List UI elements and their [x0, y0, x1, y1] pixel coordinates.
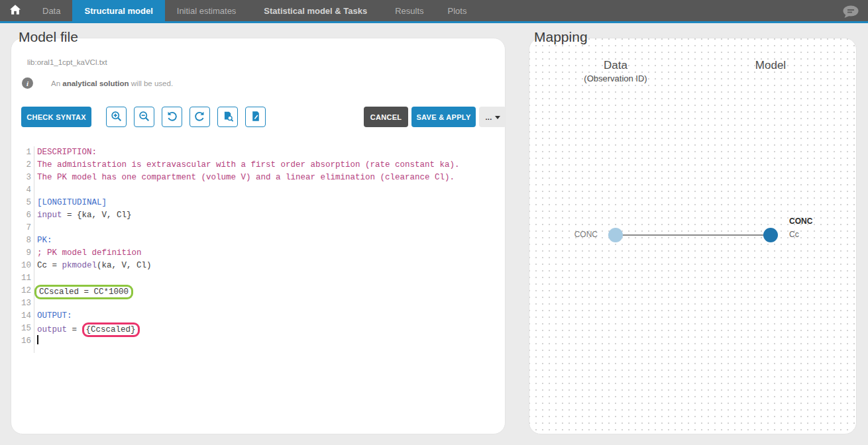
code-token: OUTPUT: [37, 311, 72, 321]
green-highlight: CCscaled = CC*1000 [34, 285, 133, 299]
code-line[interactable]: Cc = pkmodel(ka, V, Cl) [37, 260, 498, 272]
code-token: = [67, 325, 82, 334]
code-token: ; PK model definition [37, 248, 142, 258]
code-line[interactable] [37, 222, 498, 234]
model-output-label: CONC Cc [789, 215, 812, 241]
home-icon [9, 4, 21, 18]
model-file-title: Model file [19, 29, 78, 45]
code-line[interactable]: DESCRIPTION: [37, 146, 498, 159]
line-number: 16 [20, 335, 31, 348]
line-number: 15 [20, 322, 31, 335]
zoom-in-button[interactable] [106, 107, 127, 127]
tab-plots[interactable]: Plots [436, 0, 479, 21]
line-number: 8 [20, 234, 31, 247]
code-token: The PK model has one compartment (volume… [37, 173, 455, 182]
code-token: = {ka, V, Cl} [62, 211, 132, 220]
data-column-header: Data (Observation ID) [566, 59, 665, 83]
line-number: 11 [20, 272, 31, 285]
info-row: i An analytical solution will be used. [22, 77, 173, 89]
line-number: 13 [20, 297, 31, 310]
code-line[interactable] [37, 184, 498, 197]
zoom-in-icon [111, 111, 122, 124]
code-token: (ka, V, Cl) [97, 261, 152, 270]
code-line[interactable]: input = {ka, V, Cl} [37, 209, 498, 222]
tab-results[interactable]: Results [383, 0, 435, 21]
redo-button[interactable] [190, 107, 210, 127]
mapping-title: Mapping [534, 29, 588, 45]
check-syntax-button[interactable]: CHECK SYNTAX [21, 107, 91, 127]
file-edit-icon [250, 111, 261, 124]
zoom-out-icon [138, 111, 150, 124]
mapping-panel: Data (Observation ID) Model CONC CONC Cc [529, 38, 857, 434]
file-search-icon [222, 111, 234, 124]
save-apply-button[interactable]: SAVE & APPLY [411, 107, 476, 127]
code-token: [LONGITUDINAL] [37, 198, 107, 207]
chat-bubble-icon [841, 10, 860, 21]
code-line[interactable]: output = {Ccscaled} [37, 322, 498, 335]
line-number: 3 [20, 172, 31, 184]
tab-structural-model[interactable]: Structural model [72, 0, 164, 21]
data-node[interactable] [608, 228, 623, 242]
chat-button[interactable] [841, 5, 860, 19]
code-token: Cc = [37, 261, 62, 270]
code-line[interactable]: ; PK model definition [37, 247, 498, 260]
code-line[interactable]: The PK model has one compartment (volume… [37, 172, 498, 184]
line-number: 6 [20, 209, 31, 222]
file-search-button[interactable] [217, 107, 238, 127]
code-token: output [37, 325, 67, 334]
chevron-down-icon [495, 116, 500, 119]
model-node[interactable] [763, 228, 778, 242]
code-token: pkmodel [62, 261, 97, 270]
line-number: 10 [20, 260, 31, 272]
code-token: DESCRIPTION: [37, 148, 97, 157]
line-number: 14 [20, 310, 31, 322]
line-number: 2 [20, 159, 31, 172]
code-lines: DESCRIPTION:The administration is extrav… [34, 146, 498, 353]
code-token: The administration is extravascular with… [37, 160, 460, 170]
cancel-button[interactable]: CANCEL [364, 107, 408, 127]
more-options-button[interactable]: ... [479, 107, 506, 127]
code-line[interactable]: [LONGITUDINAL] [37, 197, 498, 209]
library-file-name: lib:oral1_1cpt_kaVCl.txt [27, 58, 107, 66]
model-file-panel: lib:oral1_1cpt_kaVCl.txt i An analytical… [11, 38, 506, 434]
line-number: 4 [20, 184, 31, 197]
line-number: 1 [20, 146, 31, 159]
code-line[interactable]: The administration is extravascular with… [37, 159, 498, 172]
data-observation-label: CONC [543, 230, 598, 239]
text-cursor [37, 335, 38, 344]
code-line[interactable]: PK: [37, 234, 498, 247]
undo-button[interactable] [162, 107, 182, 127]
code-token: PK: [37, 236, 52, 245]
code-editor[interactable]: 12345678910111213141516 DESCRIPTION:The … [20, 146, 498, 353]
tab-initial-estimates[interactable]: Initial estimates [165, 0, 248, 21]
model-column-header: Model [721, 59, 820, 72]
code-line[interactable]: CCscaled = CC*1000 [37, 285, 498, 297]
top-navbar: Data Structural model Initial estimates … [0, 0, 868, 23]
tab-statistical-model-tasks[interactable]: Statistical model & Tasks [248, 0, 383, 21]
info-icon: i [22, 77, 33, 89]
info-message: An analytical solution will be used. [51, 79, 173, 87]
pink-highlight: {Ccscaled} [82, 322, 140, 337]
mapping-connector [623, 234, 763, 236]
tab-data[interactable]: Data [30, 0, 72, 21]
editor-toolbar: CHECK SYNTAX [21, 107, 495, 127]
redo-icon [194, 111, 205, 124]
home-button[interactable] [0, 0, 30, 21]
file-edit-button[interactable] [245, 107, 266, 127]
line-number: 9 [20, 247, 31, 260]
undo-icon [166, 111, 178, 124]
code-token: input [37, 211, 62, 220]
line-number: 7 [20, 222, 31, 234]
line-number: 5 [20, 197, 31, 209]
line-numbers: 12345678910111213141516 [20, 146, 34, 353]
zoom-out-button[interactable] [134, 107, 154, 127]
code-line[interactable] [37, 272, 498, 285]
code-line[interactable]: OUTPUT: [37, 310, 498, 322]
line-number: 12 [20, 285, 31, 297]
